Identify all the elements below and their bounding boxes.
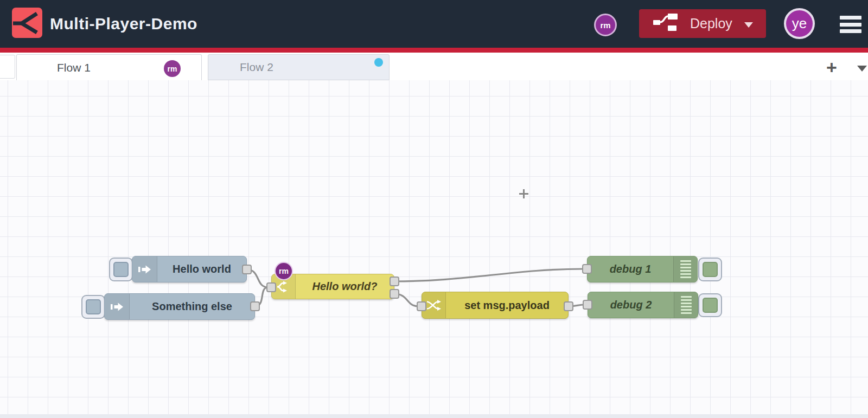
inject-trigger-button[interactable] <box>109 258 133 281</box>
node-change-set-payload[interactable]: set msg.payload <box>422 292 569 319</box>
node-inject-something-else[interactable]: Something else <box>104 293 255 320</box>
tab-overflow-stub <box>0 55 15 79</box>
node-debug-1[interactable]: debug 1 <box>587 256 698 282</box>
tab-collaborator-badge: rm <box>164 60 181 77</box>
input-port[interactable] <box>583 300 592 310</box>
flow-editor: Multi-Player-Demo rm Deploy ye <box>0 0 868 418</box>
page-title: Multi-Player-Demo <box>50 0 197 48</box>
output-port[interactable] <box>242 265 252 274</box>
tab-flow-1[interactable]: Flow 1 rm <box>16 54 202 80</box>
node-label: set msg.payload <box>446 299 568 312</box>
node-inject-hello-world[interactable]: Hello world <box>132 256 247 282</box>
debug-toggle-inner <box>703 298 718 313</box>
inject-trigger-button[interactable] <box>81 295 105 319</box>
app-logo-icon[interactable] <box>12 8 42 38</box>
tab-list-chevron-icon[interactable] <box>857 66 867 72</box>
header-bar: Multi-Player-Demo rm Deploy ye <box>0 0 868 48</box>
unsaved-changes-dot <box>374 58 383 67</box>
node-label: Something else <box>130 300 254 313</box>
debug-icon <box>673 256 697 282</box>
collaborator-badge[interactable]: rm <box>594 14 617 36</box>
deploy-button[interactable]: Deploy <box>639 9 766 38</box>
debug-toggle-button[interactable] <box>698 293 722 317</box>
deploy-button-label: Deploy <box>690 16 732 31</box>
inject-icon <box>132 256 157 282</box>
inject-trigger-inner <box>86 299 101 314</box>
tab-flow-2-label: Flow 2 <box>240 61 273 74</box>
flow-canvas[interactable]: Hello world Something else <box>0 80 868 418</box>
input-port[interactable] <box>266 282 276 292</box>
tab-flow-2[interactable]: Flow 2 <box>208 54 390 80</box>
node-debug-2[interactable]: debug 2 <box>588 292 698 318</box>
user-avatar[interactable]: ye <box>784 8 815 39</box>
debug-icon <box>674 292 698 318</box>
output-port[interactable] <box>564 301 573 311</box>
input-port[interactable] <box>582 264 592 274</box>
node-label: Hello world <box>157 263 246 275</box>
inject-icon <box>105 294 130 319</box>
node-label: debug 1 <box>588 263 673 275</box>
inject-trigger-inner <box>113 262 129 277</box>
node-label: Hello world? <box>296 280 394 293</box>
wires-layer <box>0 80 868 418</box>
header-accent-divider <box>0 48 868 53</box>
tab-flow-1-label: Flow 1 <box>57 61 91 74</box>
add-flow-button[interactable]: + <box>821 57 842 78</box>
chevron-down-icon[interactable] <box>744 22 753 28</box>
crosshair-cursor <box>519 189 528 198</box>
output-port[interactable] <box>250 301 260 311</box>
node-collaborator-badge: rm <box>275 262 293 280</box>
wire <box>394 269 584 281</box>
main-menu-icon[interactable] <box>840 16 861 33</box>
debug-toggle-button[interactable] <box>698 258 722 281</box>
debug-toggle-inner <box>703 262 718 277</box>
flow-tab-bar: Flow 1 rm Flow 2 + <box>0 53 868 80</box>
output-port-2[interactable] <box>390 289 399 299</box>
output-port-1[interactable] <box>390 276 399 286</box>
node-label: debug 2 <box>588 299 674 311</box>
deploy-nodes-icon <box>653 12 678 36</box>
input-port[interactable] <box>417 301 426 311</box>
